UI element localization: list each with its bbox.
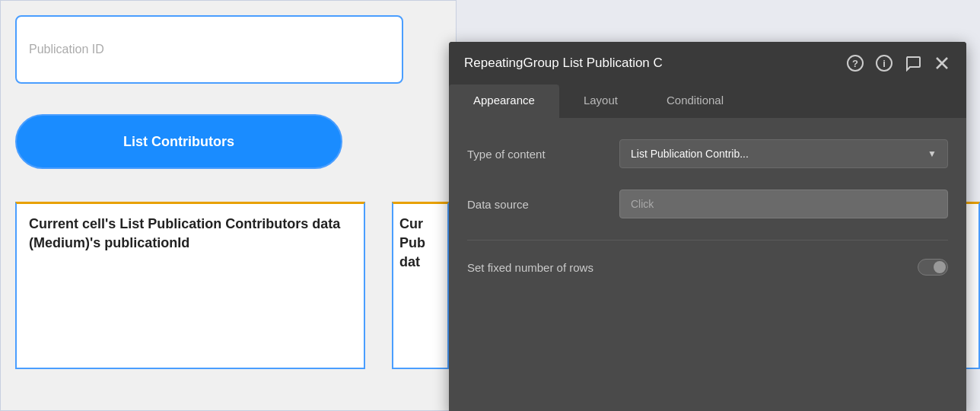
type-of-content-dropdown[interactable]: List Publication Contrib... ▼: [619, 139, 948, 168]
data-source-row: Data source Click: [467, 190, 948, 218]
tab-conditional[interactable]: Conditional: [642, 84, 748, 118]
dropdown-arrow-icon: ▼: [928, 148, 937, 159]
data-source-label: Data source: [467, 198, 619, 211]
toggle-knob: [934, 261, 946, 273]
fixed-rows-row: Set fixed number of rows: [467, 259, 948, 276]
tab-layout[interactable]: Layout: [559, 84, 642, 118]
properties-panel: RepeatingGroup List Publication C ? i: [449, 42, 966, 411]
type-of-content-control: List Publication Contrib... ▼: [619, 139, 948, 168]
type-of-content-label: Type of content: [467, 148, 619, 161]
type-of-content-value: List Publication Contrib...: [631, 148, 749, 160]
panel-icons: ? i: [846, 54, 951, 72]
publication-id-field[interactable]: Publication ID: [15, 15, 403, 84]
svg-text:i: i: [883, 58, 886, 69]
list-contributors-label: List Contributors: [123, 134, 234, 150]
help-icon[interactable]: ?: [846, 54, 864, 72]
comment-icon[interactable]: [904, 54, 922, 72]
tab-appearance[interactable]: Appearance: [449, 84, 559, 118]
data-source-input[interactable]: Click: [619, 190, 948, 218]
right-partial-box: CurPubdat: [392, 202, 449, 369]
svg-text:?: ?: [852, 58, 858, 69]
close-icon[interactable]: [933, 54, 951, 72]
divider: [467, 240, 948, 241]
current-cell-box: Current cell's List Publication Contribu…: [15, 202, 365, 369]
panel-title: RepeatingGroup List Publication C: [464, 56, 846, 71]
type-of-content-row: Type of content List Publication Contrib…: [467, 139, 948, 168]
publication-id-placeholder: Publication ID: [29, 43, 104, 56]
panel-header: RepeatingGroup List Publication C ? i: [449, 42, 966, 84]
panel-body: Type of content List Publication Contrib…: [449, 118, 966, 297]
fixed-rows-label: Set fixed number of rows: [467, 261, 593, 274]
right-cell-text: CurPubdat: [393, 204, 447, 283]
data-source-control: Click: [619, 190, 948, 218]
tabs-bar: Appearance Layout Conditional: [449, 84, 966, 118]
cell-text: Current cell's List Publication Contribu…: [17, 204, 364, 263]
list-contributors-button[interactable]: List Contributors: [15, 114, 342, 169]
fixed-rows-toggle[interactable]: [918, 259, 948, 276]
info-icon[interactable]: i: [875, 54, 893, 72]
